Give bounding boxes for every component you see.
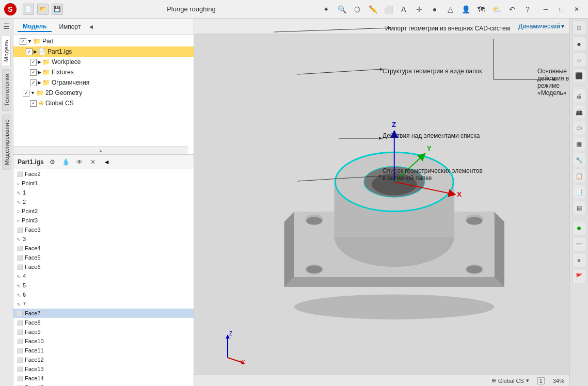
toolbar-globe-icon[interactable]: ●	[428, 3, 441, 16]
element-close-button[interactable]: ✕	[88, 157, 98, 167]
toolbar-undo-icon[interactable]: ↶	[505, 3, 519, 16]
elem-icon-face: ⬜	[17, 227, 23, 233]
rp-layers-icon[interactable]: ≡	[572, 253, 586, 267]
save-file-button[interactable]: 💾	[52, 4, 63, 15]
tree-item-constraints[interactable]: ▶ 📁 Ограничения	[13, 77, 194, 88]
element-list-item-face3[interactable]: ⬜Face3	[13, 225, 194, 234]
tree-item-fixtures[interactable]: ▶ 📁 Fixtures	[13, 67, 194, 77]
element-list-item-face6[interactable]: ⬜Face6	[13, 262, 194, 271]
maximize-button[interactable]: □	[554, 4, 568, 14]
element-list-item-2[interactable]: ∿2	[13, 197, 194, 206]
rp-file1-icon[interactable]: 📑	[572, 185, 586, 199]
checkbox-2dgeometry[interactable]	[23, 90, 29, 96]
tree-item-part1igs[interactable]: ▶ 📄 Part1.igs	[13, 46, 194, 57]
element-list-item-face15[interactable]: ⬜Face15	[13, 383, 194, 386]
rp-cylinder1-icon[interactable]: ⬭	[572, 121, 586, 135]
rp-sphere1-icon[interactable]: ●	[572, 37, 586, 51]
element-eye-button[interactable]: 👁	[75, 157, 84, 167]
elem-icon-curve: ∿	[17, 190, 21, 196]
rp-print2-icon[interactable]: 📠	[572, 105, 586, 119]
element-list-item-point3[interactable]: ○Point3	[13, 216, 194, 225]
sidebar-tab-technology[interactable]: Технология	[2, 69, 11, 111]
rp-wave-icon[interactable]: 〰	[572, 237, 586, 251]
element-list-item-point1[interactable]: ○Point1	[13, 179, 194, 188]
tree-item-workpiece[interactable]: ▶ 📁 Workpiece	[13, 57, 194, 67]
toolbar-magic-icon[interactable]: ✦	[320, 3, 333, 16]
checkbox-fixtures[interactable]	[30, 69, 37, 76]
open-file-button[interactable]: 📂	[37, 4, 49, 15]
toolbar-cloud-icon[interactable]: ⛅	[490, 3, 503, 16]
rp-separator-2	[573, 218, 585, 218]
minimize-button[interactable]: ─	[538, 4, 553, 14]
element-settings-button[interactable]: ⚙	[48, 157, 57, 167]
element-list-item-3[interactable]: ∿3	[13, 234, 194, 244]
rp-print1-icon[interactable]: 🖨	[572, 89, 586, 103]
viewport[interactable]: Динамический ▾ Импорт геометрии из	[194, 19, 569, 386]
checkbox-workpiece[interactable]	[30, 59, 37, 66]
element-list-item-face11[interactable]: ⬜Face11	[13, 346, 194, 355]
toolbar-shape-icon[interactable]: ⬡	[351, 3, 364, 16]
rp-cube3d-icon[interactable]: ⬛	[572, 69, 586, 83]
element-list-item-face7[interactable]: ⬜Face7	[13, 309, 194, 318]
tree-item-globalcs[interactable]: ⊕ Global CS	[13, 98, 194, 108]
element-list-item-face5[interactable]: ⬜Face5	[13, 253, 194, 262]
rp-flag-icon[interactable]: 🚩	[572, 269, 586, 283]
element-list-item-face8[interactable]: ⬜Face8	[13, 318, 194, 327]
checkbox-part1igs[interactable]	[26, 49, 33, 55]
svg-line-36	[228, 358, 243, 363]
element-list-item-face12[interactable]: ⬜Face12	[13, 355, 194, 364]
toolbar-move-icon[interactable]: ✛	[412, 3, 426, 16]
checkbox-part[interactable]	[20, 38, 26, 45]
element-list-item-4[interactable]: ∿4	[13, 271, 194, 281]
element-list-item-point2[interactable]: ○Point2	[13, 206, 194, 216]
element-list[interactable]: ⬜Face2○Point1∿1∿2○Point2○Point3⬜Face3∿3⬜…	[13, 169, 194, 386]
element-list-item-7[interactable]: ∿7	[13, 299, 194, 309]
element-list-item-face2[interactable]: ⬜Face2	[13, 169, 194, 179]
rp-cylinder2-icon[interactable]: ▦	[572, 137, 586, 151]
rp-tool2-icon[interactable]: 📋	[572, 169, 586, 183]
tab-import-button[interactable]: Импорт	[55, 22, 85, 31]
window-controls: ─ □ ✕	[538, 4, 584, 14]
tab-model-button[interactable]: Модель	[18, 22, 52, 32]
rp-sphere2-icon[interactable]: ○	[572, 53, 586, 67]
element-list-item-face4[interactable]: ⬜Face4	[13, 244, 194, 253]
rp-hatch-icon[interactable]: ▤	[572, 201, 586, 215]
rp-tool1-icon[interactable]: 🔧	[572, 153, 586, 167]
toolbar-map-icon[interactable]: 🗺	[474, 3, 488, 16]
sidebar-tab-modeling[interactable]: Моделирование	[2, 115, 11, 170]
rp-dot-green-icon[interactable]: ●	[572, 221, 586, 235]
element-list-item-1[interactable]: ∿1	[13, 188, 194, 197]
tree-scroll-up[interactable]: ▲	[13, 146, 188, 154]
element-droplet-button[interactable]: 💧	[61, 157, 71, 167]
tree-view[interactable]: ▼ 📁 Part ▶ 📄 Part1.igs ▶ 📁 Workpiece	[13, 35, 194, 146]
element-list-item-face10[interactable]: ⬜Face10	[13, 336, 194, 346]
elem-icon-face: ⬜	[17, 171, 23, 177]
cs-dropdown-icon[interactable]: ▾	[526, 377, 529, 384]
elem-icon-face: ⬜	[17, 329, 23, 335]
tree-item-2dgeometry[interactable]: ▼ 📁 2D Geometry	[13, 88, 194, 98]
toolbar-pen-icon[interactable]: ✏️	[366, 3, 379, 16]
new-file-button[interactable]: 📄	[23, 4, 34, 15]
toolbar-triangle-icon[interactable]: △	[443, 3, 457, 16]
hamburger-menu-icon[interactable]: ☰	[1, 21, 12, 32]
sidebar-tab-model[interactable]: Модель	[2, 35, 11, 66]
dynamic-mode-button[interactable]: Динамический ▾	[518, 23, 564, 30]
toolbar-text-icon[interactable]: A	[397, 3, 410, 16]
element-list-item-face9[interactable]: ⬜Face9	[13, 327, 194, 336]
rp-grid-icon[interactable]: ⊞	[572, 21, 586, 35]
elem-label: 5	[23, 282, 26, 288]
close-button[interactable]: ✕	[569, 4, 584, 14]
tree-item-part[interactable]: ▼ 📁 Part	[13, 36, 194, 46]
svg-point-26	[466, 265, 482, 274]
element-list-item-6[interactable]: ∿6	[13, 290, 194, 299]
checkbox-constraints[interactable]	[30, 79, 37, 86]
element-list-item-face13[interactable]: ⬜Face13	[13, 364, 194, 374]
checkbox-globalcs[interactable]	[30, 100, 37, 107]
elem-label: Point3	[22, 217, 38, 223]
toolbar-zoom-icon[interactable]: 🔍	[335, 3, 348, 16]
toolbar-help-icon[interactable]: ?	[521, 3, 534, 16]
element-list-item-face14[interactable]: ⬜Face14	[13, 374, 194, 383]
element-list-item-5[interactable]: ∿5	[13, 281, 194, 290]
toolbar-cube-icon[interactable]: ⬜	[382, 3, 395, 16]
toolbar-person-icon[interactable]: 👤	[459, 3, 472, 16]
